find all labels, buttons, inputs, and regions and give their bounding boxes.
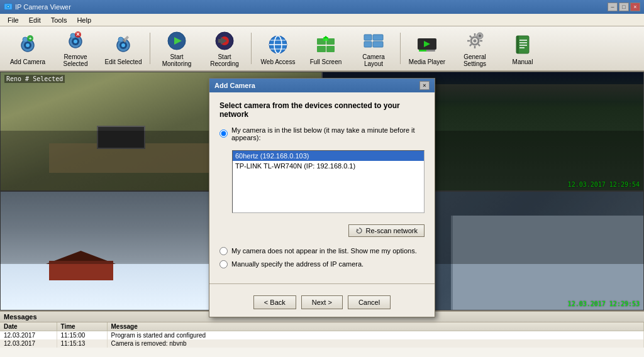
svg-point-17 (121, 43, 125, 47)
add-camera-dialog: Add Camera × Select camera from the devi… (209, 78, 435, 317)
start-recording-button[interactable]: Start Recording (202, 28, 247, 69)
svg-rect-40 (364, 41, 372, 47)
rescan-row: Re-scan network (219, 224, 425, 237)
dialog-title: Add Camera (214, 82, 255, 89)
radio-option-manual[interactable]: Manually specify the address of IP camer… (219, 260, 425, 268)
web-access-icon (265, 32, 291, 57)
svg-rect-39 (373, 35, 383, 40)
start-monitoring-label: Start Monitoring (156, 53, 197, 67)
rescan-label: Re-scan network (365, 227, 418, 234)
general-settings-label: General Settings (454, 53, 496, 67)
back-button[interactable]: < Back (253, 295, 296, 309)
svg-point-2 (8, 6, 9, 7)
edit-selected-label: Edit Selected (105, 58, 142, 65)
camera-label-1: Reno # Selected (4, 75, 65, 83)
radio-list-label[interactable]: My camera is in the list below (it may t… (231, 126, 425, 141)
device-list[interactable]: 60hertz (192.168.0.103) TP-LINK TL-WR740… (232, 150, 425, 213)
manual-button[interactable]: Manual (500, 28, 545, 69)
svg-rect-38 (364, 35, 372, 40)
messages-panel: Messages Date Time Message 12.03.2017 11… (0, 310, 644, 357)
menu-help[interactable]: Help (72, 15, 96, 25)
svg-rect-34 (317, 46, 326, 52)
house-body (49, 261, 113, 280)
device-item-2[interactable]: TP-LINK TL-WR740N (IP: 192.168.0.1) (233, 161, 424, 171)
camera-layout-button[interactable]: Camera Layout (351, 28, 396, 69)
edit-camera-icon (111, 32, 136, 57)
remove-selected-button[interactable]: × Remove Selected (53, 28, 98, 69)
web-access-label: Web Access (261, 58, 296, 65)
manual-icon (510, 32, 535, 57)
title-bar-left: IP Camera Viewer (4, 3, 71, 11)
svg-line-53 (478, 44, 480, 46)
app-title: IP Camera Viewer (15, 3, 71, 11)
title-bar: IP Camera Viewer – □ × (0, 0, 644, 14)
dialog-title-bar: Add Camera × (209, 79, 435, 92)
rescan-button[interactable]: Re-scan network (348, 224, 425, 237)
radio-option-list[interactable]: My camera is in the list below (it may t… (219, 126, 425, 141)
start-recording-label: Start Recording (204, 53, 245, 67)
svg-text:+: + (29, 36, 32, 41)
app-icon (4, 3, 13, 11)
start-recording-icon (212, 30, 237, 52)
menu-tools[interactable]: Tools (46, 15, 72, 25)
rescan-icon (355, 227, 363, 234)
col-message: Message (107, 322, 644, 331)
svg-text:×: × (76, 31, 80, 38)
radio-notappear-input[interactable] (219, 247, 228, 255)
start-monitoring-icon (164, 30, 189, 52)
camera-timestamp-4: 12.03.2017 12:29:53 (568, 300, 640, 307)
radio-group: My camera is in the list below (it may t… (219, 126, 425, 268)
full-screen-icon (313, 32, 338, 57)
messages-table: Date Time Message 12.03.2017 11:15:00 Pr… (0, 322, 644, 348)
cameras-area: Reno # Selected 12.03.2017 12:29:5 12.03… (0, 72, 644, 310)
menu-file[interactable]: File (3, 15, 24, 25)
row2-message: Camera is removed: nbvnb (107, 339, 644, 348)
maximize-btn[interactable]: □ (619, 3, 629, 11)
svg-point-18 (118, 37, 123, 42)
messages-body: 12.03.2017 11:15:00 Program is started a… (0, 331, 644, 348)
row1-date: 12.03.2017 (0, 331, 57, 340)
add-camera-label: Add Camera (10, 58, 45, 65)
general-settings-icon (462, 30, 487, 52)
web-access-button[interactable]: Web Access (255, 28, 301, 69)
dialog-close-button[interactable]: × (419, 81, 430, 90)
title-bar-controls[interactable]: – □ × (608, 3, 640, 11)
messages-scroll[interactable]: Date Time Message 12.03.2017 11:15:00 Pr… (0, 322, 644, 356)
radio-option-notappear[interactable]: My camera does not appear in the list. S… (219, 247, 425, 255)
next-button[interactable]: Next > (301, 295, 343, 309)
svg-point-57 (479, 35, 481, 37)
cancel-button[interactable]: Cancel (348, 295, 391, 309)
radio-manual-label[interactable]: Manually specify the address of IP camer… (231, 260, 364, 268)
camera-layout-label: Camera Layout (353, 53, 394, 67)
device-item-1[interactable]: 60hertz (192.168.0.103) (233, 151, 424, 161)
remove-selected-label: Remove Selected (55, 53, 96, 67)
radio-notappear-label[interactable]: My camera does not appear in the list. S… (231, 247, 417, 255)
svg-line-52 (470, 36, 472, 38)
toolbar: + Add Camera × Remove Selected (0, 26, 644, 72)
svg-point-5 (26, 43, 30, 47)
media-player-button[interactable]: Media Player (404, 28, 450, 69)
full-screen-button[interactable]: Full Screen (303, 28, 348, 69)
edit-selected-button[interactable]: Edit Selected (101, 28, 146, 69)
media-player-icon (414, 32, 440, 57)
modal-overlay: Add Camera × Select camera from the devi… (0, 131, 644, 264)
minimize-btn[interactable]: – (608, 3, 618, 11)
close-btn[interactable]: × (630, 3, 640, 11)
messages-header-row: Date Time Message (0, 322, 644, 331)
row2-date: 12.03.2017 (0, 339, 57, 348)
dialog-separator (209, 283, 435, 284)
radio-list-input[interactable] (219, 129, 228, 138)
start-monitoring-button[interactable]: Start Monitoring (154, 28, 199, 69)
full-screen-label: Full Screen (310, 58, 342, 65)
camera-layout-icon (361, 30, 386, 52)
svg-rect-41 (373, 41, 383, 47)
menu-edit[interactable]: Edit (24, 15, 46, 25)
table-row: 12.03.2017 11:15:00 Program is started a… (0, 331, 644, 340)
dialog-body: Select camera from the devices connected… (209, 92, 435, 277)
app-window: IP Camera Viewer – □ × File Edit Tools H… (0, 0, 644, 357)
add-camera-button[interactable]: + Add Camera (5, 28, 50, 69)
general-settings-button[interactable]: General Settings (452, 28, 497, 69)
svg-point-6 (23, 37, 28, 42)
radio-manual-input[interactable] (219, 260, 228, 268)
table-row: 12.03.2017 11:15:13 Camera is removed: n… (0, 339, 644, 348)
